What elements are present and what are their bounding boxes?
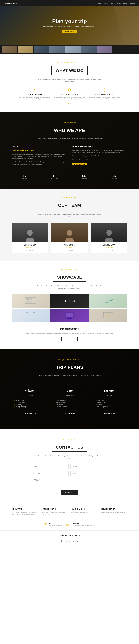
social-linkedin-2[interactable]: in bbox=[109, 250, 110, 252]
svg-rect-9 bbox=[26, 301, 32, 302]
social-gplus-1[interactable]: g+ bbox=[72, 250, 73, 252]
exploring-places-icon: ⬡ bbox=[89, 88, 120, 92]
thumbnail-3[interactable] bbox=[34, 46, 49, 54]
contact-section-description: Eros ante risus dolor in imperdiet in vu… bbox=[37, 455, 102, 460]
what-we-do-section: ADVENTURE & BEYOND WHAT WE DO Click the … bbox=[0, 54, 139, 112]
social-twitter-1[interactable]: t bbox=[68, 250, 68, 252]
social-linkedin-1[interactable]: in bbox=[69, 250, 70, 252]
contact-submit-button[interactable]: SUBMIT › bbox=[60, 490, 78, 494]
exploring-places-title: EXPLORING PLACES bbox=[89, 94, 120, 96]
social-facebook-2[interactable]: f bbox=[106, 250, 106, 252]
contact-section-title: CONTACT US bbox=[52, 443, 88, 452]
thumbnail-6[interactable] bbox=[81, 46, 96, 54]
showcase-item-2[interactable] bbox=[90, 294, 128, 308]
contact-website-input[interactable] bbox=[31, 471, 68, 476]
svg-rect-11 bbox=[26, 312, 28, 314]
showcase-item-5[interactable] bbox=[90, 308, 128, 322]
contact-message-textarea[interactable] bbox=[31, 478, 108, 488]
svg-rect-8 bbox=[30, 298, 32, 300]
stat-plans-label: PLANS bbox=[101, 178, 128, 180]
who-section-title: WHO WE ARE bbox=[50, 126, 89, 135]
plan-explorer-feature-1: 4 Expert Guides bbox=[94, 402, 124, 404]
social-facebook-0[interactable]: f bbox=[26, 250, 27, 252]
web-marketing-icon: ⚙ bbox=[54, 88, 85, 92]
footer-columns: ABOUT US Lorem ipsum dolor sit amet, con… bbox=[12, 508, 128, 516]
dot-1[interactable] bbox=[68, 103, 69, 104]
footer-social-facebook[interactable]: f bbox=[61, 540, 62, 542]
nav-logo[interactable]: ADVENTURE bbox=[4, 2, 18, 5]
showcase-item-4[interactable] bbox=[50, 308, 88, 322]
nav-plans[interactable]: Plans bbox=[123, 2, 127, 4]
thumbnail-5[interactable] bbox=[65, 46, 81, 54]
footer-col-links-text: Home About Team Contact bbox=[72, 511, 98, 513]
showcase-item-0[interactable] bbox=[12, 294, 50, 308]
stat-awards: 10 AWARDS bbox=[42, 174, 68, 180]
plan-villager: Villager $500/ trip 4 days / nights 1 Ex… bbox=[12, 385, 48, 420]
showcase-section-label: IN THE MAKING bbox=[12, 269, 128, 270]
contact-subject-input[interactable] bbox=[70, 471, 108, 476]
plan-tourer-feature-1: 2 Expert Guides bbox=[54, 402, 85, 404]
trip-planning-desc: Eros ante risus dolor in imperdiet in, v… bbox=[19, 96, 50, 100]
footer-col-news-title: LATEST NEWS bbox=[42, 508, 68, 510]
plan-tourer-button[interactable]: CHOOSE PLAN bbox=[60, 412, 78, 415]
footer-social: f t y in g+ p bbox=[12, 540, 128, 542]
interested-description: Lorem ipsum dolor sit amet. Consectetur … bbox=[12, 332, 128, 334]
thumbnail-7[interactable] bbox=[97, 46, 112, 54]
social-linkedin-0[interactable]: in bbox=[29, 250, 30, 252]
dot-2[interactable] bbox=[70, 103, 71, 104]
social-twitter-0[interactable]: t bbox=[28, 250, 28, 252]
footer-social-pinterest[interactable]: p bbox=[77, 540, 78, 542]
navigation: ADVENTURE Home About Team Work Plans Con… bbox=[0, 0, 139, 6]
footer-social-twitter[interactable]: t bbox=[64, 540, 64, 542]
plan-tourer-feature-0: 6 days / 7 nights bbox=[54, 399, 85, 402]
contact-name-input[interactable] bbox=[31, 464, 68, 470]
plans-section-title: TRIP PLANS bbox=[52, 363, 88, 372]
footer-social-youtube[interactable]: y bbox=[66, 540, 67, 542]
thumbnail-1[interactable] bbox=[2, 46, 18, 54]
showcase-item-1[interactable]: 13:09 bbox=[50, 294, 88, 308]
footer-bottom: ADVENTURE STUDIO f t y in g+ p bbox=[0, 530, 139, 544]
plan-explorer-feature-2: 3 countries bbox=[94, 404, 124, 406]
contact-email-input[interactable] bbox=[70, 464, 108, 470]
nav-home[interactable]: Home bbox=[97, 2, 101, 4]
nav-team[interactable]: Team bbox=[110, 2, 114, 4]
footer-col-about-title: ABOUT US bbox=[12, 508, 38, 510]
lets-go-button[interactable]: LET'S GO bbox=[62, 337, 78, 341]
footer-social-linkedin[interactable]: in bbox=[69, 540, 71, 542]
thumbnail-2[interactable] bbox=[18, 46, 33, 54]
svg-rect-10 bbox=[25, 313, 36, 319]
social-facebook-1[interactable]: f bbox=[66, 250, 66, 252]
plan-villager-features: 4 days / nights 1 Expert Guide 1 country… bbox=[14, 399, 45, 408]
plan-explorer-button[interactable]: CHOOSE PLAN bbox=[100, 412, 118, 415]
stat-awards-number: 10 bbox=[42, 174, 68, 178]
thumbnail-4[interactable] bbox=[50, 46, 65, 54]
plan-tourer-feature-3: Group of 8 people bbox=[54, 406, 85, 408]
footer-info: ABOUT US Lorem ipsum dolor sit amet, con… bbox=[0, 504, 139, 530]
email-icon: ✉ bbox=[44, 522, 47, 526]
social-gplus-2[interactable]: g+ bbox=[111, 250, 113, 252]
nav-contact[interactable]: Contact bbox=[130, 2, 135, 4]
team-member-2-name: Johnny Lynn bbox=[93, 244, 126, 246]
stat-trips-number: 145 bbox=[72, 174, 98, 178]
social-gplus-0[interactable]: g+ bbox=[32, 250, 34, 252]
plan-explorer-features: 10 days / nights 4 Expert Guides 3 count… bbox=[94, 399, 124, 408]
who-we-are-section: LEARN MORE WHO WE ARE Eros ante risus do… bbox=[0, 112, 139, 190]
who-section-description: Eros ante risus dolor in imperdiet in vu… bbox=[31, 137, 108, 140]
hero-book-button[interactable]: BOOK NOW bbox=[62, 30, 77, 34]
showcase-item-3[interactable] bbox=[12, 308, 50, 322]
showcase-grid: 13:09 bbox=[12, 294, 128, 322]
plan-villager-button[interactable]: CHOOSE PLAN bbox=[21, 412, 38, 415]
trip-plans-section: UNIQUE ADVENTURES TRIP PLANS Eros ante r… bbox=[0, 349, 139, 429]
nav-about[interactable]: About bbox=[104, 2, 108, 4]
footer-col-news-text: Lorem ipsum dolor sit amet, consectetur … bbox=[42, 511, 68, 516]
social-twitter-2[interactable]: t bbox=[107, 250, 108, 252]
footer-col-news: LATEST NEWS Lorem ipsum dolor sit amet, … bbox=[42, 508, 68, 516]
team-photo-2 bbox=[91, 223, 128, 242]
phone-label: PHONES bbox=[72, 522, 95, 524]
team-member-2-social: f t in g+ bbox=[93, 250, 126, 252]
footer-logo[interactable]: ADVENTURE STUDIO bbox=[56, 533, 83, 537]
contact-form-row-2 bbox=[31, 471, 108, 476]
plan-tourer-feature-2: 2 countries bbox=[54, 404, 85, 406]
nav-work[interactable]: Work bbox=[117, 2, 121, 4]
footer-social-gplus[interactable]: g+ bbox=[72, 540, 75, 542]
